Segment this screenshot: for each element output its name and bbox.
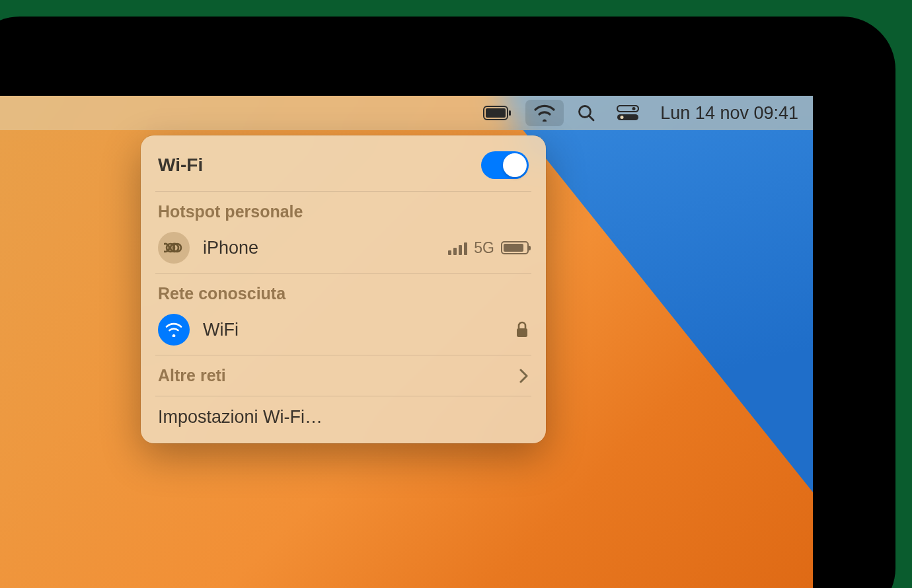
- wifi-settings-row[interactable]: Impostazioni Wi-Fi…: [141, 396, 546, 439]
- wifi-menu-icon[interactable]: [525, 100, 564, 126]
- link-icon: [158, 232, 190, 264]
- hotspot-section-heading: Hotspot personale: [141, 192, 546, 227]
- svg-rect-2: [509, 110, 511, 116]
- wifi-header-row: Wi-Fi: [141, 139, 546, 191]
- network-type-label: 5G: [474, 239, 494, 257]
- battery-menu-icon[interactable]: [475, 96, 520, 130]
- svg-line-4: [589, 116, 594, 121]
- wifi-title: Wi-Fi: [158, 155, 481, 176]
- wifi-icon: [158, 314, 190, 346]
- device-battery-icon: [501, 241, 529, 254]
- wifi-settings-label: Impostazioni Wi-Fi…: [158, 407, 323, 427]
- spotlight-search-icon[interactable]: [569, 96, 603, 130]
- wifi-toggle[interactable]: [481, 151, 529, 179]
- hotspot-device-name: iPhone: [203, 238, 435, 258]
- svg-point-8: [621, 116, 624, 119]
- menu-bar-clock[interactable]: Lun 14 nov 09:41: [652, 103, 801, 124]
- known-network-heading: Rete conosciuta: [141, 274, 546, 309]
- menu-bar: Lun 14 nov 09:41: [0, 96, 813, 130]
- control-center-icon[interactable]: [609, 96, 647, 130]
- known-network-name: WiFi: [203, 320, 502, 340]
- chevron-right-icon: [519, 368, 529, 384]
- other-networks-label: Altre reti: [158, 366, 226, 385]
- hotspot-iphone-row[interactable]: iPhone 5G: [141, 227, 546, 273]
- toggle-knob: [503, 153, 527, 177]
- svg-point-6: [632, 107, 636, 110]
- svg-rect-1: [486, 108, 506, 118]
- desktop-screen: Lun 14 nov 09:41 Wi-Fi Hotspot personale…: [0, 96, 813, 588]
- cellular-signal-icon: [448, 240, 467, 255]
- svg-rect-11: [517, 328, 527, 337]
- wifi-dropdown-panel: Wi-Fi Hotspot personale iPhone: [141, 135, 546, 443]
- hotspot-indicators: 5G: [448, 239, 529, 257]
- lock-icon: [515, 321, 529, 338]
- known-network-row[interactable]: WiFi: [141, 309, 546, 355]
- other-networks-row[interactable]: Altre reti: [141, 355, 546, 396]
